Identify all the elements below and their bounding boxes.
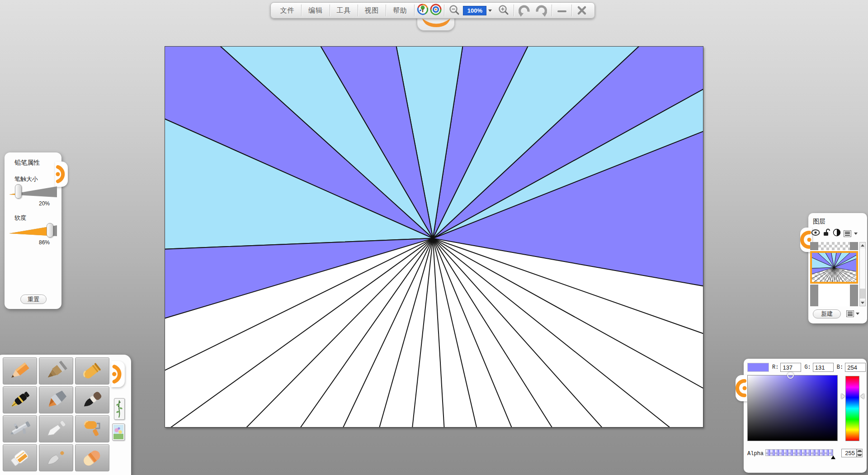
- scroll-up-button[interactable]: [860, 242, 865, 248]
- alpha-value-input[interactable]: [841, 449, 857, 457]
- green-input[interactable]: [813, 363, 834, 372]
- crayon-icon: [78, 360, 106, 382]
- panel-collapse-handle[interactable]: [55, 162, 68, 187]
- brush-size-value: 20%: [39, 200, 50, 207]
- undo-icon: [517, 4, 531, 17]
- picture-background-icon: [113, 425, 123, 439]
- layer-row-partial[interactable]: [810, 242, 858, 250]
- eraser-icon: [78, 447, 106, 469]
- hue-marker-right[interactable]: [860, 394, 864, 399]
- zoom-in-button[interactable]: [495, 4, 513, 17]
- color-collapse-handle[interactable]: [736, 375, 747, 401]
- tool-eraser[interactable]: [75, 444, 109, 471]
- tool-fountain-pen[interactable]: [3, 386, 37, 413]
- color-picker-panel: R: G: B: Alpha: [744, 359, 867, 473]
- layer-list: [810, 242, 858, 306]
- charcoal-stick-icon: [42, 360, 70, 382]
- minimize-button[interactable]: [553, 4, 571, 17]
- fountain-pen-icon: [6, 389, 34, 411]
- zoom-out-button[interactable]: [445, 4, 463, 17]
- menu-edit[interactable]: 编辑: [302, 4, 328, 18]
- airbrush-icon: [6, 418, 34, 440]
- paint-tube-icon: [6, 447, 34, 469]
- alpha-slider[interactable]: [765, 449, 833, 456]
- layer-unlock-padlock-icon[interactable]: [823, 228, 830, 238]
- undo-button[interactable]: [515, 4, 533, 17]
- slider-thumb[interactable]: [47, 223, 53, 238]
- main-toolbar: 文件 编辑 工具 视图 帮助: [270, 2, 595, 19]
- menu-tools[interactable]: 工具: [331, 4, 357, 18]
- alpha-label: Alpha: [747, 451, 764, 457]
- layer-options-menu-icon[interactable]: [846, 310, 854, 317]
- tool-smudge-tool[interactable]: [39, 444, 73, 471]
- redo-icon: [534, 4, 549, 17]
- softness-value: 86%: [39, 239, 50, 246]
- toolbar-separator: [414, 5, 415, 16]
- hue-bar[interactable]: [845, 376, 859, 441]
- toolbar-separator: [552, 5, 552, 16]
- saturation-value-square[interactable]: [747, 375, 838, 441]
- tool-palette-knife[interactable]: [39, 415, 73, 442]
- tool-airbrush[interactable]: [3, 415, 37, 442]
- new-layer-button[interactable]: 新建: [813, 309, 841, 318]
- blue-label: B:: [837, 364, 843, 370]
- layers-title: 图层: [813, 218, 826, 226]
- ink-brush-icon: [78, 389, 106, 411]
- drawing-canvas[interactable]: [165, 46, 703, 428]
- alpha-marker[interactable]: [831, 456, 835, 459]
- orange-grip-icon: [55, 162, 68, 187]
- layer-list-scrollbar[interactable]: [859, 242, 866, 306]
- layer-row-selected[interactable]: [810, 251, 858, 284]
- tool-flat-brush[interactable]: [39, 386, 73, 413]
- smudge-tool-icon: [42, 447, 70, 469]
- alpha-spin-up[interactable]: [857, 449, 862, 453]
- zoom-level-display[interactable]: 100%: [463, 6, 486, 15]
- clown-right-eye-icon: [430, 4, 442, 17]
- softness-slider[interactable]: [7, 223, 59, 238]
- alpha-spin-down[interactable]: [857, 453, 862, 457]
- palette-collapse-handle[interactable]: [111, 361, 125, 387]
- layers-panel: 图层: [808, 213, 867, 323]
- redo-button[interactable]: [533, 4, 551, 17]
- tool-palette-panel: [0, 355, 131, 475]
- reset-button[interactable]: 重置: [20, 294, 47, 304]
- clown-left-eye-icon: [417, 4, 429, 17]
- tool-ink-brush[interactable]: [75, 386, 109, 413]
- sv-cursor[interactable]: [787, 372, 794, 379]
- brush-size-slider[interactable]: [7, 184, 59, 200]
- scroll-down-button[interactable]: [860, 300, 865, 306]
- zoom-dropdown-caret[interactable]: [488, 10, 492, 12]
- tool-charcoal-stick[interactable]: [39, 357, 73, 385]
- zoom-out-icon: [448, 5, 460, 16]
- palette-knife-icon: [42, 418, 70, 440]
- layer-visibility-eye-icon[interactable]: [811, 229, 820, 238]
- paint-roller-icon: [78, 418, 106, 440]
- toolbar-separator: [571, 5, 572, 16]
- scroll-thumb[interactable]: [860, 289, 865, 299]
- layer-menu-caret[interactable]: [854, 233, 858, 235]
- red-input[interactable]: [780, 363, 801, 372]
- layer-menu-icon[interactable]: [844, 230, 851, 237]
- panel-title: 铅笔属性: [14, 159, 40, 167]
- menu-file[interactable]: 文件: [274, 4, 300, 18]
- clown-smile-icon: [420, 17, 452, 29]
- layer-row-partial[interactable]: [810, 285, 858, 306]
- menu-view[interactable]: 视图: [359, 4, 385, 18]
- hue-marker-left[interactable]: [841, 394, 845, 399]
- layer-blend-half-circle-icon[interactable]: [833, 228, 841, 238]
- slider-thumb[interactable]: [15, 184, 22, 199]
- tool-crayon[interactable]: [75, 357, 109, 385]
- layer-options-caret[interactable]: [856, 313, 859, 315]
- toolbar-separator: [330, 5, 330, 16]
- plant-texture-button[interactable]: [114, 398, 125, 420]
- tool-pencil[interactable]: [3, 357, 37, 385]
- tool-paint-tube[interactable]: [3, 444, 37, 471]
- brush-size-label: 笔触大小: [14, 175, 38, 183]
- picture-background-button[interactable]: [112, 423, 125, 441]
- close-button[interactable]: [573, 4, 591, 17]
- blue-input[interactable]: [845, 363, 866, 372]
- tool-paint-roller[interactable]: [75, 415, 109, 442]
- menu-help[interactable]: 帮助: [387, 4, 413, 18]
- scroll-track[interactable]: [860, 248, 865, 300]
- alpha-spinner[interactable]: [857, 449, 863, 457]
